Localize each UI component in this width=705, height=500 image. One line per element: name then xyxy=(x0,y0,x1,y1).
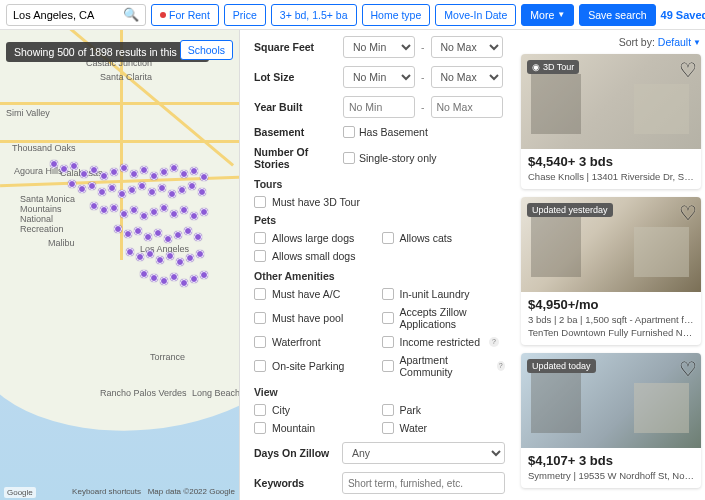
ac-checkbox[interactable] xyxy=(254,288,266,300)
results-count-banner: Showing 500 of 1898 results in this area xyxy=(6,42,209,62)
income-checkbox[interactable] xyxy=(382,336,394,348)
small-dogs-checkbox[interactable] xyxy=(254,250,266,262)
heart-icon[interactable]: ♡ xyxy=(679,201,697,225)
cats-checkbox[interactable] xyxy=(382,232,394,244)
save-search-button[interactable]: Save search xyxy=(579,4,655,26)
laundry-checkbox[interactable] xyxy=(382,288,394,300)
view-section: View xyxy=(254,386,505,398)
search-icon[interactable]: 🔍 xyxy=(123,7,139,22)
map-attribution: Google Keyboard shortcuts Map data ©2022… xyxy=(4,487,235,498)
listing-meta: Chase Knolls | 13401 Riverside Dr, Sherm… xyxy=(528,171,694,182)
year-min-input[interactable] xyxy=(343,96,415,118)
listing-card[interactable]: Updated today ♡ $4,107+ 3 bds Symmetry |… xyxy=(521,353,701,488)
keywords-label: Keywords xyxy=(254,477,338,489)
year-max-input[interactable] xyxy=(431,96,503,118)
listing-card[interactable]: ◉ 3D Tour ♡ $4,540+ 3 bds Chase Knolls |… xyxy=(521,54,701,189)
single-story-text: Single-story only xyxy=(359,152,437,164)
updated-badge: Updated yesterday xyxy=(527,203,613,217)
city-view-checkbox[interactable] xyxy=(254,404,266,416)
city-label: Long Beach xyxy=(192,388,240,398)
info-icon[interactable]: ? xyxy=(497,361,505,371)
chevron-down-icon: ▼ xyxy=(693,38,701,47)
pool-checkbox[interactable] xyxy=(254,312,266,324)
basement-label: Basement xyxy=(254,126,339,138)
info-icon[interactable]: ? xyxy=(489,337,499,347)
search-input[interactable] xyxy=(13,9,123,21)
park-view-checkbox[interactable] xyxy=(382,404,394,416)
filters-panel: Square Feet No Min - No Max Lot Size No … xyxy=(240,30,515,500)
listing-meta: 3 bds | 2 ba | 1,500 sqft - Apartment fo… xyxy=(528,314,694,325)
stories-label: Number Of Stories xyxy=(254,146,339,170)
listing-meta: Symmetry | 19535 W Nordhoff St, Northrid… xyxy=(528,470,694,481)
listing-price: $4,540+ 3 bds xyxy=(528,154,694,169)
search-box[interactable]: 🔍 xyxy=(6,4,146,26)
large-dogs-checkbox[interactable] xyxy=(254,232,266,244)
map-panel[interactable]: Showing 500 of 1898 results in this area… xyxy=(0,30,240,500)
city-label: Torrance xyxy=(150,352,185,362)
pets-section: Pets xyxy=(254,214,505,226)
mountain-view-checkbox[interactable] xyxy=(254,422,266,434)
hometype-filter[interactable]: Home type xyxy=(362,4,431,26)
listing-meta2: TenTen Downtown Fully Furnished New... xyxy=(528,327,694,338)
sort-control[interactable]: Sort by: Default ▼ xyxy=(521,36,701,48)
days-select[interactable]: Any xyxy=(342,442,505,464)
lot-min-select[interactable]: No Min xyxy=(343,66,415,88)
days-label: Days On Zillow xyxy=(254,447,338,459)
parking-checkbox[interactable] xyxy=(254,360,266,372)
google-logo: Google xyxy=(4,487,36,498)
city-label: Simi Valley xyxy=(6,108,50,118)
listing-photo: ◉ 3D Tour ♡ xyxy=(521,54,701,149)
listing-photo: Updated yesterday ♡ xyxy=(521,197,701,292)
heart-icon[interactable]: ♡ xyxy=(679,58,697,82)
zillow-apps-checkbox[interactable] xyxy=(382,312,394,324)
for-rent-filter[interactable]: For Rent xyxy=(151,4,219,26)
tour-badge: ◉ 3D Tour xyxy=(527,60,579,74)
lot-max-select[interactable]: No Max xyxy=(431,66,503,88)
listing-photo: Updated today ♡ xyxy=(521,353,701,448)
heart-icon[interactable]: ♡ xyxy=(679,357,697,381)
results-panel: Sort by: Default ▼ ◉ 3D Tour ♡ $4,540+ 3… xyxy=(515,30,705,500)
updated-badge: Updated today xyxy=(527,359,596,373)
sqft-max-select[interactable]: No Max xyxy=(431,36,503,58)
water-view-checkbox[interactable] xyxy=(382,422,394,434)
year-label: Year Built xyxy=(254,101,339,113)
single-story-checkbox[interactable] xyxy=(343,152,355,164)
listing-price: $4,107+ 3 bds xyxy=(528,453,694,468)
amenities-section: Other Amenities xyxy=(254,270,505,282)
has-basement-checkbox[interactable] xyxy=(343,126,355,138)
movein-filter[interactable]: Move-In Date xyxy=(435,4,516,26)
top-navbar: 🔍 For Rent Price 3+ bd, 1.5+ ba Home typ… xyxy=(0,0,705,30)
tours-section: Tours xyxy=(254,178,505,190)
community-checkbox[interactable] xyxy=(382,360,394,372)
listing-card[interactable]: Updated yesterday ♡ $4,950+/mo 3 bds | 2… xyxy=(521,197,701,345)
city-label: Santa Clarita xyxy=(100,72,152,82)
more-filter[interactable]: More ▼ xyxy=(521,4,574,26)
schools-toggle[interactable]: Schools xyxy=(180,40,233,60)
saved-homes-link[interactable]: 49 Saved Home xyxy=(661,9,705,21)
beds-filter[interactable]: 3+ bd, 1.5+ ba xyxy=(271,4,357,26)
3d-tour-checkbox[interactable] xyxy=(254,196,266,208)
has-basement-text: Has Basement xyxy=(359,126,428,138)
sqft-min-select[interactable]: No Min xyxy=(343,36,415,58)
keywords-input[interactable] xyxy=(342,472,505,494)
lot-label: Lot Size xyxy=(254,71,339,83)
sqft-label: Square Feet xyxy=(254,41,339,53)
waterfront-checkbox[interactable] xyxy=(254,336,266,348)
listing-price: $4,950+/mo xyxy=(528,297,694,312)
marker-cluster xyxy=(30,140,230,300)
city-label: Rancho Palos Verdes xyxy=(100,388,187,398)
price-filter[interactable]: Price xyxy=(224,4,266,26)
